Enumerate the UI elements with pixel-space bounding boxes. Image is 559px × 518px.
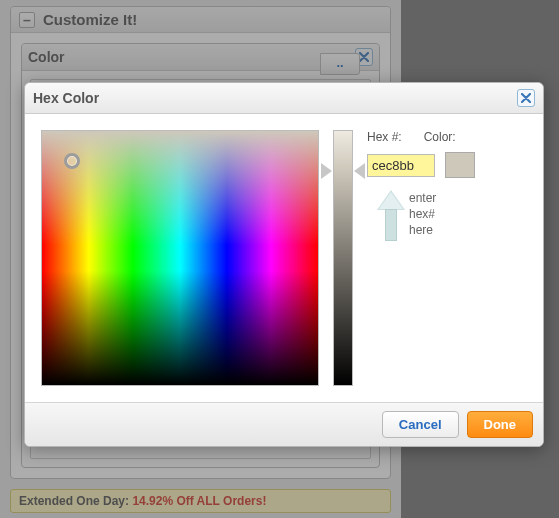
dialog-right-column: Hex #: Color: enter hex# here: [367, 130, 475, 242]
color-swatch: [445, 152, 475, 178]
hex-label: Hex #:: [367, 130, 402, 144]
hint-line-1: enter: [409, 190, 436, 206]
cancel-button[interactable]: Cancel: [382, 411, 459, 438]
field-labels-row: Hex #: Color:: [367, 130, 456, 144]
lightness-slider[interactable]: [333, 130, 353, 386]
dialog-close-icon[interactable]: [517, 89, 535, 107]
dialog-footer: Cancel Done: [25, 402, 543, 446]
dialog-body: Hex #: Color: enter hex# here: [25, 114, 543, 402]
hex-input[interactable]: [367, 154, 435, 177]
hint-line-2: hex#: [409, 206, 436, 222]
hint-block: enter hex# here: [377, 190, 436, 242]
field-inputs-row: [367, 152, 475, 178]
done-button[interactable]: Done: [467, 411, 534, 438]
hex-color-dialog: Hex Color Hex #: Color:: [24, 82, 544, 447]
spectrum-cursor[interactable]: [64, 153, 80, 169]
color-label: Color:: [424, 130, 456, 144]
hint-text: enter hex# here: [409, 190, 436, 242]
color-spectrum[interactable]: [41, 130, 319, 386]
arrow-up-icon: [377, 190, 405, 242]
dialog-titlebar[interactable]: Hex Color: [25, 83, 543, 114]
dialog-title-text: Hex Color: [33, 90, 99, 106]
hint-line-3: here: [409, 222, 436, 238]
lightness-wrapper: [333, 130, 353, 386]
